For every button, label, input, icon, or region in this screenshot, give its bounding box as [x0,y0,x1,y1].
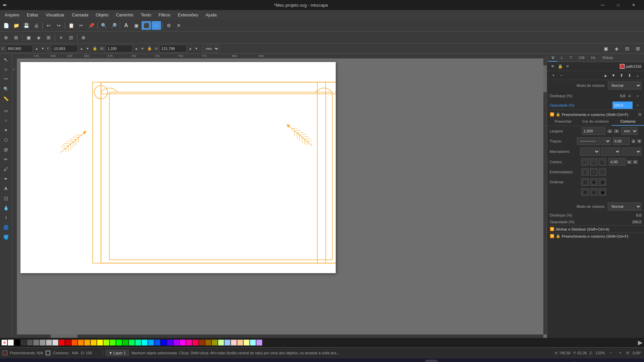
h-scrollbar[interactable] [17,335,543,338]
cantos-down[interactable]: ▼ [633,160,638,164]
align-header[interactable]: 🔽 Alinhar e Distribuir (Shift+Ctrl+A) [547,226,644,233]
pal-black[interactable] [14,340,20,346]
pal-purple2[interactable] [173,340,179,346]
ord-4[interactable]: ⊘ [581,188,589,196]
pal-yellow1[interactable] [91,340,97,346]
view-btn1[interactable]: ▣ [24,33,33,42]
3d-tool[interactable]: ⬡ [1,135,11,144]
pencil-tool[interactable]: ✏ [1,155,11,164]
close-button[interactable]: ✕ [626,0,641,10]
tracos-value[interactable] [613,137,630,145]
tab-l[interactable]: L [557,54,566,62]
canto-miter[interactable]: ⌐ [581,158,589,166]
office-taskbar-btn[interactable]: W [529,360,541,362]
pal-blue3[interactable] [161,340,167,346]
distribute-btn[interactable]: ⊟ [66,33,76,42]
snap-global[interactable]: ⊕ [1,33,11,42]
blend-mode-select[interactable]: Normal Multiply Screen [608,81,641,89]
pal-gray3[interactable] [33,340,39,346]
view-mode-btn2[interactable]: ◈ [612,44,621,53]
maximize-button[interactable]: □ [610,0,626,10]
tracos-style[interactable]: ────── - - - - · · · · [577,137,611,145]
discord-taskbar-btn[interactable]: 💬 [500,360,512,362]
align-btn[interactable]: ≡ [56,33,66,42]
text-tool[interactable]: A [1,184,11,193]
spiral-tool[interactable]: @ [1,145,11,154]
ellipse-tool[interactable]: ○ [1,116,11,125]
cantos-up[interactable]: ▲ [627,160,632,164]
tab-preencher[interactable]: Preencher [547,118,579,126]
pal-cyan[interactable] [142,340,148,346]
pal-yellow2[interactable] [97,340,103,346]
y-up[interactable]: ▲ [79,44,84,53]
pal-ltgreen1[interactable] [218,340,224,346]
app1-taskbar-btn[interactable]: 🕷 [515,360,527,362]
lock-icon[interactable]: 🔒 [557,63,563,69]
eye-icon[interactable]: 👁 [550,63,556,69]
opacity-rem[interactable]: − [634,102,641,109]
menu-arquivo[interactable]: Arquivo [1,11,23,19]
view-mode-btn4[interactable]: ⊞ [633,44,643,53]
ext-butt[interactable]: | [581,168,589,176]
node-btn[interactable]: ⬛ [142,21,151,30]
tracos-down[interactable]: ▼ [637,139,641,143]
pal-teal2[interactable] [135,340,141,346]
xml-btn[interactable]: ✕ [174,21,183,30]
view-mode-btn3[interactable]: ⊟ [623,44,632,53]
w-up[interactable]: ▲ [134,44,139,53]
opacity-input[interactable] [612,102,633,109]
x-input[interactable] [6,45,33,52]
view-mode-btn1[interactable]: ▣ [601,44,610,53]
zoom-dec-btn[interactable]: − [607,350,614,356]
largura-up[interactable]: ▲ [607,129,612,133]
canvas-content[interactable] [17,59,547,338]
text-btn[interactable]: A [121,21,131,30]
settings-btn[interactable]: ⚙ [164,21,173,30]
task-view-btn[interactable]: ⊟ [49,360,61,362]
w-down[interactable]: ▼ [140,44,145,53]
largura-unit[interactable]: mmpx [621,127,638,135]
calligraph-tool[interactable]: ✒ [1,174,11,183]
fill-header2[interactable]: 🔽 🔒 Preenchimento e contorno (Shift+Ctrl… [547,233,644,239]
blend-select2[interactable]: Normal [608,202,641,210]
y-down[interactable]: ▼ [85,44,90,53]
menu-filtros[interactable]: Filtros [155,11,174,19]
chevron-down-icon[interactable]: ⌄ [634,72,641,79]
tab-cm[interactable]: CM [575,54,588,62]
pal-ltblue1[interactable] [224,340,230,346]
tab-contorno[interactable]: Contorno [612,118,644,126]
pal-green4[interactable] [122,340,128,346]
cut-btn[interactable]: ✂ [76,21,86,30]
x-up[interactable]: ▲ [34,44,39,53]
dropbox-taskbar-btn[interactable]: 📦 [544,360,556,362]
h-scrollbar-thumb[interactable] [51,335,77,338]
desfoque-rem[interactable]: − [634,92,641,100]
largura-input[interactable] [582,127,605,135]
dropper-tool[interactable]: 💧 [1,203,11,213]
pal-brown1[interactable] [199,340,205,346]
menu-texto[interactable]: Texto [138,11,155,19]
ord-3[interactable]: ⊗ [599,178,606,186]
pal-gray6[interactable] [52,340,58,346]
pal-green3[interactable] [116,340,122,346]
minimize-button[interactable]: — [595,0,610,10]
print-btn[interactable]: 🖨 [32,21,41,30]
y-input[interactable] [51,45,78,52]
ext-square[interactable]: □ [599,168,606,176]
star-tool[interactable]: ✦ [1,125,11,135]
pal-blue1[interactable] [148,340,154,346]
rect-tool[interactable]: ▭ [1,106,11,115]
canvas-area[interactable]: 575 600 625 650 675 700 725 750 775 800 … [12,54,547,338]
undo-btn[interactable]: ↩ [44,21,53,30]
tab-v[interactable]: V [548,54,557,62]
pal-white[interactable] [8,340,14,346]
paste-btn[interactable]: 📌 [87,21,96,30]
pal-olive[interactable] [212,340,218,346]
view-btn3[interactable]: ⊞ [44,33,53,42]
layer-down-btn[interactable]: ▼ [610,72,617,79]
pal-red2[interactable] [65,340,71,346]
start-button[interactable]: ⊞ [3,360,15,362]
pen-tool[interactable]: 🖊 [1,164,11,174]
view-btn2[interactable]: ◈ [34,33,43,42]
zoom-tool[interactable]: 🔍 [1,84,11,94]
